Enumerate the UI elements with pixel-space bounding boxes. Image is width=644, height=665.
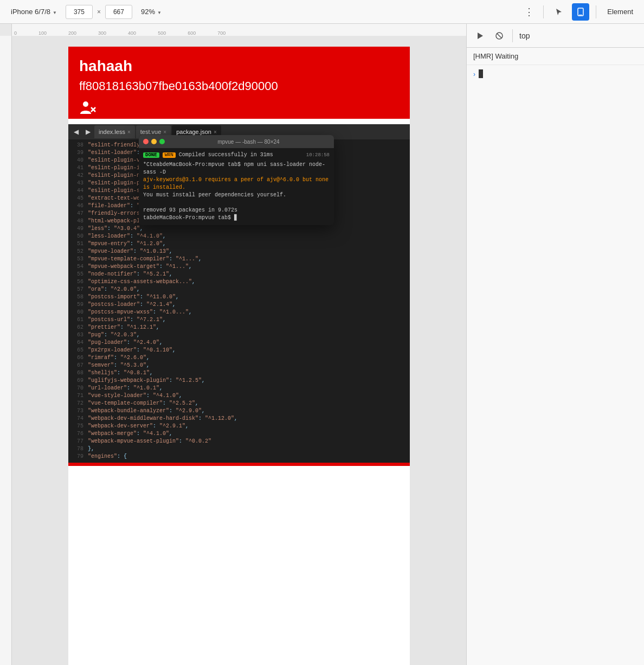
svg-line-7: [497, 33, 502, 38]
terminal-titlebar: mpvue — -bash — 80×24: [139, 135, 334, 148]
ruler-vertical: [0, 36, 12, 665]
code-line-69: 69"uglifyjs-webpack-plugin": "^1.2.5",: [68, 377, 410, 385]
ruler-horizontal: 0 100 200 300 400 500 600 700: [12, 24, 466, 36]
element-panel-label: Element: [603, 8, 637, 16]
tab-package-json-label: package.json: [176, 129, 211, 135]
device-selector[interactable]: iPhone 6/7/8: [7, 5, 61, 18]
code-line-53: 53"mpvue-template-compiler": "^1...",: [68, 255, 410, 263]
tab-test-vue-close[interactable]: ×: [163, 129, 166, 135]
play-icon: [475, 31, 484, 40]
tab-index-less-close[interactable]: ×: [127, 129, 131, 135]
code-line-58: 58"postcss-import": "^11.0.0",: [68, 293, 410, 301]
top-toolbar: iPhone 6/7/8 × 92% ⋮ Element: [0, 0, 644, 24]
device-frame-button[interactable]: [572, 3, 589, 21]
code-line-63: 63"pug": "^2.0.3",: [68, 331, 410, 339]
ruler-corner: [0, 24, 12, 36]
preview-panel: 0 100 200 300 400 500 600 700 hahaah: [0, 24, 466, 665]
app-white-space: [68, 466, 410, 665]
code-line-75: 75"webpack-dev-server": "^2.9.1",: [68, 423, 410, 430]
app-id: ff80818163b07fbe0163b400f2d90000: [79, 79, 399, 93]
preview-content: hahaah ff80818163b07fbe0163b400f2d90000: [0, 36, 466, 665]
terminal-line6: tabdeMacBook-Pro:mpvue tab$ ▊: [143, 214, 330, 222]
console-chevron-icon[interactable]: ›: [473, 71, 475, 78]
code-line-59: 59"postcss-loader": "^2.1.4",: [68, 301, 410, 309]
code-line-70: 70"url-loader": "^1.0.1",: [68, 385, 410, 392]
devtools-block-button[interactable]: [491, 27, 508, 44]
code-line-73: 73"webpack-bundle-analyzer": "^2.9.0",: [68, 407, 410, 415]
code-editor-container: ◀ ▶ index.less × test.vue × pac: [68, 124, 410, 466]
terminal-minimize-btn[interactable]: [151, 139, 157, 144]
app-title: hahaah: [79, 57, 399, 75]
ruler-row: 0 100 200 300 400 500 600 700: [0, 24, 466, 36]
terminal-line1: *CteabdeMacBook-Pro:mpvue tab$ npm uni s…: [143, 161, 330, 176]
editor-red-border: [68, 463, 410, 466]
code-line-68: 68"shelljs": "^0.8.1",: [68, 369, 410, 377]
code-line-51: 51"mpvue-entry": "^1.2.0",: [68, 240, 410, 248]
devtools-hmr-text: [HMR] Waiting: [467, 48, 644, 65]
device-dropdown-icon: [53, 8, 57, 16]
code-line-62: 62"prettier": "^1.12.1",: [68, 324, 410, 331]
device-frame-icon: [576, 8, 585, 16]
tab-index-less-label: index.less: [99, 129, 125, 135]
code-line-76: 76"webpack-merge": "^4.1.0",: [68, 430, 410, 438]
editor-nav-back[interactable]: ◀: [70, 126, 81, 137]
toolbar-separator-1: [543, 5, 544, 18]
code-line-66: 66"rimraf": "^2.6.0",: [68, 354, 410, 362]
user-x-icon: [79, 100, 96, 115]
code-line-61: 61"postcss-url": "^7.2.1",: [68, 316, 410, 324]
code-line-79: 79"engines": {: [68, 453, 410, 461]
main-area: 0 100 200 300 400 500 600 700 hahaah: [0, 24, 644, 665]
code-line-74: 74"webpack-dev-middleware-hard-disk": "^…: [68, 415, 410, 423]
cursor-tool-button[interactable]: [550, 3, 568, 21]
svg-marker-5: [478, 33, 483, 39]
terminal-status-text: Compiled successfully in 31ms: [179, 152, 273, 158]
code-line-54: 54"mpvue-webpack-target": "^1...",: [68, 263, 410, 271]
code-line-77: 77"webpack-mpvue-asset-plugin": "^0.0.2": [68, 438, 410, 445]
terminal-line3: You must install peer dependencies yours…: [143, 191, 330, 199]
toolbar-separator-2: [596, 5, 596, 18]
code-line-57: 57"ora": "^2.0.0",: [68, 286, 410, 293]
device-frame-area: hahaah ff80818163b07fbe0163b400f2d90000: [12, 36, 466, 665]
terminal-close-btn[interactable]: [143, 139, 149, 144]
terminal-line2: ajv-keywords@3.1.0 requires a peer of aj…: [143, 176, 330, 191]
more-options-button[interactable]: ⋮: [521, 4, 537, 20]
device-name-label: iPhone 6/7/8: [11, 8, 50, 16]
terminal-done-badge: DONE: [143, 152, 159, 158]
terminal-maximize-btn[interactable]: [159, 139, 165, 144]
device-frame: hahaah ff80818163b07fbe0163b400f2d90000: [68, 47, 410, 665]
devtools-top-label: top: [517, 31, 532, 40]
code-line-55: 55"node-notifier": "^5.2.1",: [68, 271, 410, 278]
code-line-78: 78},: [68, 445, 410, 453]
devtools-toolbar: top: [467, 24, 644, 48]
editor-nav-forward[interactable]: ▶: [82, 126, 93, 137]
code-line-60: 60"postcss-mpvue-wxss": "^1.0...",: [68, 309, 410, 316]
terminal-body: DONE WRN Compiled successfully in 31ms 1…: [139, 148, 334, 225]
width-input[interactable]: [66, 5, 93, 19]
zoom-selector[interactable]: 92%: [137, 5, 166, 18]
app-red-section: hahaah ff80818163b07fbe0163b400f2d90000: [68, 47, 410, 119]
block-icon: [495, 31, 504, 40]
tab-test-vue-label: test.vue: [140, 129, 162, 135]
code-line-72: 72"vue-template-compiler": "^2.5.2",: [68, 400, 410, 407]
avatar-icon: [79, 100, 399, 119]
terminal-time: 10:28:58: [306, 151, 330, 159]
height-input[interactable]: [105, 5, 132, 19]
devtools-panel: top [HMR] Waiting ›: [466, 24, 644, 665]
times-symbol: ×: [97, 8, 101, 16]
code-line-65: 65"px2rpx-loader": "^0.1.10",: [68, 347, 410, 354]
svg-point-2: [83, 101, 88, 107]
svg-rect-0: [578, 8, 583, 16]
terminal-line4: [143, 199, 330, 207]
tab-index-less[interactable]: index.less ×: [94, 125, 135, 138]
zoom-label: 92%: [141, 8, 155, 16]
code-line-52: 52"mpvue-loader": "^1.0.13",: [68, 248, 410, 255]
terminal-warn-badge: WRN: [163, 152, 176, 158]
tab-package-json-close[interactable]: ×: [214, 129, 217, 135]
terminal-modal: mpvue — -bash — 80×24 DONE WRN Compiled …: [139, 135, 334, 225]
code-line-49: 49"less": "^3.0.4",: [68, 225, 410, 233]
devtools-play-button[interactable]: [471, 27, 488, 44]
zoom-dropdown-icon: [157, 8, 162, 16]
code-line-64: 64"pug-loader": "^2.4.0",: [68, 339, 410, 347]
devtools-separator: [512, 29, 513, 42]
cursor-icon: [555, 8, 563, 16]
